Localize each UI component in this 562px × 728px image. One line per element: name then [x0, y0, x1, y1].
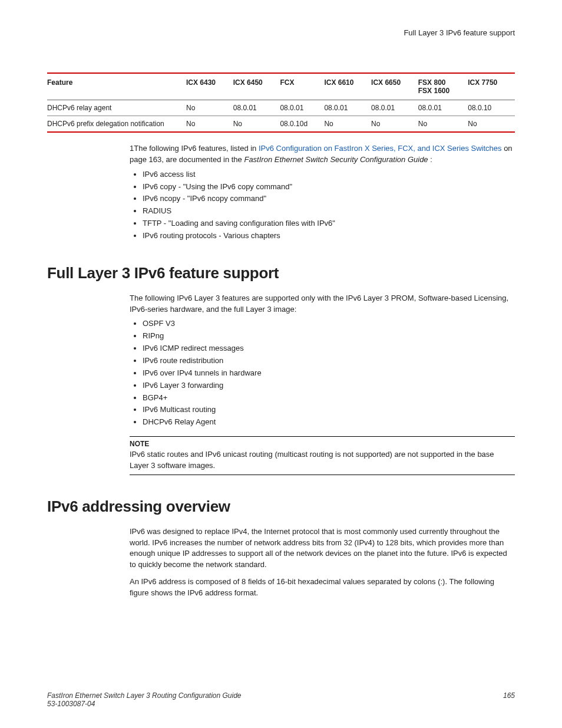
col-fcx: FCX [280, 73, 324, 100]
col-icx6430: ICX 6430 [186, 73, 233, 100]
page-footer: 165 FastIron Ethernet Switch Layer 3 Rou… [47, 691, 515, 708]
cell: No [418, 116, 468, 133]
list-item: BGP4+ [143, 393, 515, 404]
footnote-block: 1The following IPv6 features, listed in … [130, 143, 515, 242]
list-item: IPv6 over IPv4 tunnels in hardware [143, 368, 515, 379]
note-block: NOTE IPv6 static routes and IPv6 unicast… [130, 436, 515, 475]
list-item: IPv6 Multicast routing [143, 404, 515, 416]
col-icx7750: ICX 7750 [468, 73, 515, 100]
cell: 08.0.01 [280, 100, 324, 116]
cell: No [468, 116, 515, 133]
cell: No [186, 100, 233, 116]
footnote-guide-name: FastIron Ethernet Switch Security Config… [244, 155, 428, 164]
section2-p2: An IPv6 address is composed of 8 fields … [130, 577, 515, 599]
table-row: DHCPv6 relay agent No 08.0.01 08.0.01 08… [47, 100, 515, 116]
cell: 08.0.10d [280, 116, 324, 133]
section2-p1: IPv6 was designed to replace IPv4, the I… [130, 526, 515, 571]
heading-full-layer3: Full Layer 3 IPv6 feature support [47, 264, 515, 282]
section1-body: The following IPv6 Layer 3 features are … [130, 293, 515, 475]
section1-intro: The following IPv6 Layer 3 features are … [130, 293, 515, 315]
cell: No [324, 116, 371, 133]
heading-ipv6-addressing: IPv6 addressing overview [47, 498, 515, 516]
footnote-bullets: IPv6 access list IPv6 copy - "Using the … [130, 169, 515, 242]
list-item: DHCPv6 Relay Agent [143, 417, 515, 428]
col-icx6450: ICX 6450 [233, 73, 280, 100]
cell: 08.0.01 [418, 100, 468, 116]
list-item: IPv6 route redistribution [143, 355, 515, 367]
cell: 08.0.10 [468, 100, 515, 116]
list-item: IPv6 access list [143, 169, 515, 180]
list-item: IPv6 copy - "Using the IPv6 copy command… [143, 182, 515, 193]
page-header-title: Full Layer 3 IPv6 feature support [47, 28, 515, 37]
table-header-row: Feature ICX 6430 ICX 6450 FCX ICX 6610 I… [47, 73, 515, 100]
cell: 08.0.01 [324, 100, 371, 116]
cell: No [233, 116, 280, 133]
cell: No [186, 116, 233, 133]
cell: 08.0.01 [371, 100, 418, 116]
col-feature: Feature [47, 73, 186, 100]
page-number: 165 [503, 691, 515, 700]
list-item: IPv6 ncopy - "IPv6 ncopy command" [143, 193, 515, 205]
section2-body: IPv6 was designed to replace IPv4, the I… [130, 526, 515, 599]
section1-bullets: OSPF V3 RIPng IPv6 ICMP redirect message… [130, 318, 515, 428]
note-label: NOTE [130, 439, 515, 449]
list-item: RADIUS [143, 206, 515, 217]
list-item: IPv6 Layer 3 forwarding [143, 380, 515, 391]
footer-docnum: 53-1003087-04 [47, 700, 515, 708]
footnote-paragraph: 1The following IPv6 features, listed in … [130, 143, 515, 166]
list-item: OSPF V3 [143, 318, 515, 330]
list-item: TFTP - "Loading and saving configuration… [143, 218, 515, 229]
cell-feature: DHCPv6 relay agent [47, 100, 186, 116]
list-item: IPv6 ICMP redirect messages [143, 343, 515, 354]
list-item: IPv6 routing protocols - Various chapter… [143, 230, 515, 242]
col-fsx: FSX 800 FSX 1600 [418, 73, 468, 100]
cell: No [371, 116, 418, 133]
cell-feature: DHCPv6 prefix delegation notification [47, 116, 186, 133]
footnote-link[interactable]: IPv6 Configuration on FastIron X Series,… [259, 144, 502, 153]
col-icx6610: ICX 6610 [324, 73, 371, 100]
footer-title: FastIron Ethernet Switch Layer 3 Routing… [47, 691, 242, 700]
feature-support-table: Feature ICX 6430 ICX 6450 FCX ICX 6610 I… [47, 73, 515, 133]
col-icx6650: ICX 6650 [371, 73, 418, 100]
cell: 08.0.01 [233, 100, 280, 116]
table-row: DHCPv6 prefix delegation notification No… [47, 116, 515, 133]
list-item: RIPng [143, 331, 515, 342]
note-text: IPv6 static routes and IPv6 unicast rout… [130, 449, 515, 470]
